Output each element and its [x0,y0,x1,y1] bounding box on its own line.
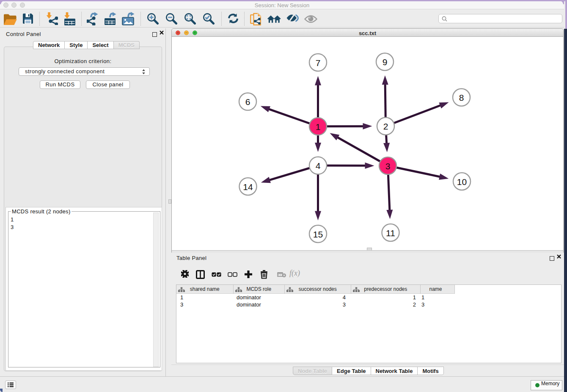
svg-text:14: 14 [243,182,253,192]
svg-text:9: 9 [383,57,388,67]
svg-text:1: 1 [316,122,321,132]
svg-text:8: 8 [459,93,464,102]
svg-text:15: 15 [313,229,323,239]
svg-text:7: 7 [316,58,321,68]
svg-text:10: 10 [457,177,467,187]
svg-text:11: 11 [386,228,395,238]
svg-text:6: 6 [245,97,250,107]
svg-text:4: 4 [316,161,321,171]
svg-text:3: 3 [385,161,391,171]
svg-text:2: 2 [383,121,388,131]
